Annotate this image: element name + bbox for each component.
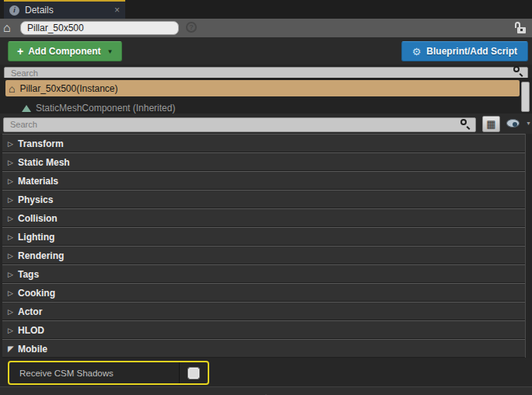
tree-scrollbar-thumb[interactable] [521,82,530,112]
receive-csm-shadows-checkbox[interactable] [188,368,199,379]
tree-item-label: StaticMeshComponent (Inherited) [36,103,175,114]
grid-icon: ▦ [486,118,495,130]
collapsed-arrow-icon: ▷ [8,140,18,148]
tree-item-instance[interactable]: ⌂ Pillar_50x500(Instance) [5,80,520,96]
static-mesh-icon [22,105,31,112]
house-icon: ⌂ [9,83,15,94]
collapsed-arrow-icon: ▷ [8,289,18,297]
close-icon[interactable]: × [114,5,120,15]
collapsed-arrow-icon: ▷ [8,271,18,278]
collapsed-arrow-icon: ▷ [8,177,18,185]
category-static-mesh[interactable]: ▷ Static Mesh [2,152,525,171]
collapsed-arrow-icon: ▷ [8,196,18,204]
collapsed-arrow-icon: ▷ [8,159,18,166]
collapsed-arrow-icon: ▷ [8,252,18,260]
house-icon: ⌂ [3,20,11,36]
component-search-row [4,65,528,78]
property-search-input[interactable] [3,117,476,132]
property-search-row: ▦ ▼ [0,114,532,134]
gears-icon: ⚙ [412,47,422,57]
property-matrix-button[interactable]: ▦ [482,116,500,132]
category-label: Mobile [18,344,47,355]
category-list: ▷ Transform ▷ Static Mesh ▷ Materials ▷ … [2,134,526,358]
category-label: Static Mesh [18,157,70,168]
search-icon [460,119,471,129]
bottom-strip: ▲ [0,386,532,395]
blueprint-add-script-button[interactable]: ⚙ Blueprint/Add Script [401,41,528,61]
add-component-button[interactable]: + Add Component ▼ [8,41,122,61]
category-label: Rendering [18,250,64,261]
category-lighting[interactable]: ▷ Lighting [2,227,525,246]
category-label: Lighting [18,232,54,243]
chevron-down-icon[interactable]: ▼ [526,121,531,126]
info-icon: i [9,5,19,16]
details-panel: i Details × ⌂ ? + Add Component ▼ ⚙ Blue… [0,0,532,395]
chevron-down-icon: ▼ [107,48,114,55]
category-tags[interactable]: ▷ Tags [2,264,525,283]
tab-details[interactable]: i Details × [4,0,125,19]
category-label: Materials [18,176,58,187]
actor-name-input[interactable] [20,21,179,35]
category-transform[interactable]: ▷ Transform [2,134,525,152]
category-rendering[interactable]: ▷ Rendering [2,246,525,264]
help-icon[interactable]: ? [186,22,197,33]
category-label: Transform [18,138,64,149]
eye-icon [506,119,520,128]
tab-bar: i Details × [0,0,532,19]
tree-item-label: Pillar_50x500(Instance) [19,83,117,94]
category-label: Actor [18,306,42,317]
unlock-icon[interactable] [515,22,526,34]
category-label: Cooking [18,288,55,299]
tree-item-staticmesh[interactable]: StaticMeshComponent (Inherited) [5,100,175,114]
category-mobile[interactable]: ◤ Mobile [2,339,525,358]
add-component-label: Add Component [28,46,100,57]
category-label: HLOD [18,325,44,336]
component-tree: ⌂ Pillar_50x500(Instance) StaticMeshComp… [0,78,532,114]
category-physics[interactable]: ▷ Physics [2,190,525,208]
category-cooking[interactable]: ▷ Cooking [2,283,525,302]
category-hlod[interactable]: ▷ HLOD [2,320,525,339]
actor-name-row: ⌂ ? [0,19,532,37]
category-actor[interactable]: ▷ Actor [2,302,525,320]
category-label: Tags [18,269,39,280]
category-label: Collision [18,213,58,224]
tab-title: Details [25,5,54,16]
category-collision[interactable]: ▷ Collision [2,208,525,227]
plus-icon: + [17,45,23,58]
expanded-arrow-icon: ◤ [8,344,18,353]
collapsed-arrow-icon: ▷ [8,215,18,222]
collapsed-arrow-icon: ▷ [8,327,18,334]
search-icon [513,66,523,76]
view-options-button[interactable] [506,118,521,128]
collapsed-arrow-icon: ▷ [8,308,18,316]
property-value-cell [179,362,208,383]
blueprint-label: Blueprint/Add Script [426,46,517,57]
toolbar: + Add Component ▼ ⚙ Blueprint/Add Script [0,37,532,65]
collapsed-arrow-icon: ▷ [8,233,18,241]
property-area: Receive CSM Shadows [0,358,532,386]
receive-csm-shadows-row: Receive CSM Shadows [8,361,209,385]
property-label: Receive CSM Shadows [9,362,179,383]
category-label: Physics [18,194,53,205]
category-materials[interactable]: ▷ Materials [2,171,525,190]
